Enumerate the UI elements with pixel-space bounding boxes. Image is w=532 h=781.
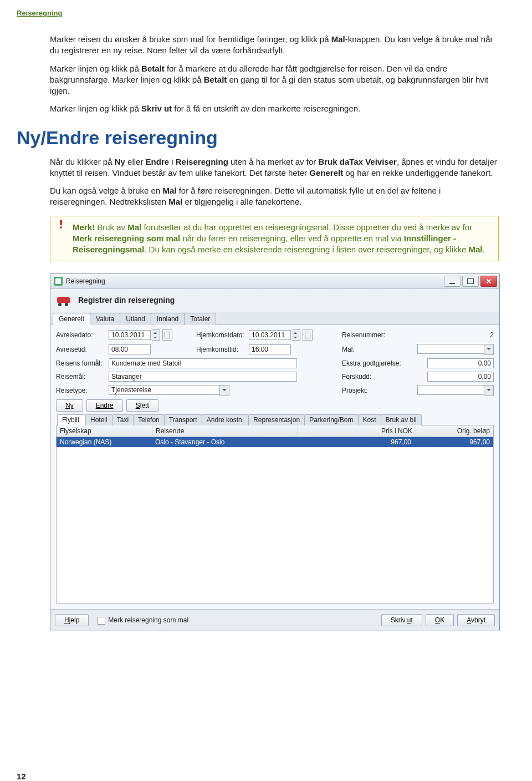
mal-combo[interactable]	[417, 344, 484, 354]
text: t	[411, 616, 412, 624]
checkbox-icon[interactable]	[98, 617, 105, 625]
reisemaal-input[interactable]	[109, 372, 297, 382]
calendar-icon[interactable]	[303, 329, 313, 341]
tab-utland[interactable]: Utland	[120, 313, 151, 325]
cell-reiserute: Oslo - Stavanger - Oslo	[152, 437, 297, 447]
subtab-parkering[interactable]: Parkering/Bom	[304, 414, 358, 425]
ok-button[interactable]: OK	[426, 614, 454, 626]
hjemkomsttid-input[interactable]	[249, 344, 291, 354]
reisetype-combo[interactable]	[109, 385, 219, 395]
text: arkering/Bom	[314, 416, 353, 424]
label-mal: Mal:	[342, 346, 406, 353]
text-bold: Bruk daTax Veiviser	[318, 157, 396, 166]
paragraph-skrivut: Marker linjen og klikk på Skriv ut for å…	[50, 103, 499, 114]
text-bold: Betalt	[204, 75, 227, 84]
col-reiserute[interactable]: Reiserute	[152, 425, 298, 437]
tab-totaler[interactable]: Totaler	[184, 313, 216, 325]
avreisetid-input[interactable]	[109, 344, 151, 354]
subtab-telefon[interactable]: Telefon	[133, 414, 165, 425]
section-heading: Ny/Endre reiseregning	[17, 127, 499, 149]
window-header-text: Registrer din reiseregning	[78, 296, 175, 305]
label-reisemaal: Reisemål:	[56, 373, 109, 381]
text-bold: Generelt	[309, 168, 343, 178]
text: Ny	[65, 402, 74, 409]
mnemonic: U	[126, 315, 131, 323]
form-area: Avreisedato: Hjemkomstdato: Reisenummer:…	[50, 325, 499, 609]
ekstra-input[interactable]	[427, 358, 494, 368]
checkbox-merk-mal[interactable]: Merk reiseregning som mal	[98, 616, 188, 625]
mnemonic: B	[386, 416, 390, 424]
text: Ta	[117, 416, 124, 424]
col-flyselskap[interactable]: Flyselskap	[57, 425, 152, 437]
main-tabs: Generelt Valuta Utland Innland Totaler	[50, 312, 499, 325]
mnemonic: O	[435, 616, 440, 624]
minimize-button[interactable]	[444, 276, 461, 287]
text: efon	[146, 416, 159, 424]
text: vbryt	[471, 616, 485, 624]
text: Marker linjen og klikk på	[50, 64, 141, 73]
tab-innland[interactable]: Innland	[151, 313, 185, 325]
label-avreisedato: Avreisedato:	[56, 331, 109, 339]
label-hjemkomsttid: Hjemkomsttid:	[196, 346, 249, 353]
text-bold: Mal	[127, 222, 141, 232]
mnemonic: A	[207, 416, 211, 424]
subtab-transport[interactable]: Transport	[164, 414, 202, 425]
subtab-kost[interactable]: Kost	[358, 414, 381, 425]
window-title: Reiseregning	[66, 277, 105, 285]
subtab-representasjon[interactable]: Representasjon	[248, 414, 305, 425]
col-pris-nok[interactable]: Pris i NOK	[298, 425, 416, 437]
slett-button[interactable]: Slett	[126, 399, 158, 412]
forskudd-input[interactable]	[427, 372, 494, 382]
mnemonic: S	[136, 402, 140, 409]
text-bold: Mal	[162, 186, 176, 195]
subtab-taxi[interactable]: Taxi	[112, 414, 134, 425]
text: enerelt	[64, 315, 84, 323]
avreisedato-input[interactable]	[109, 330, 151, 340]
hjemkomstdato-input[interactable]	[249, 330, 291, 340]
skrivut-button[interactable]: Skriv ut	[381, 614, 422, 626]
text-bold: Endre	[146, 157, 170, 166]
checkbox-label: Merk reiseregning som mal	[108, 616, 188, 624]
subtab-flybill[interactable]: Flybill.	[57, 414, 86, 425]
label-prosjekt: Prosjekt:	[342, 387, 406, 394]
endre-button[interactable]: Endre	[86, 399, 123, 412]
text-bold: Mal	[168, 197, 182, 206]
warning-icon	[57, 220, 65, 230]
date-spinner[interactable]	[292, 329, 300, 341]
text: eller	[125, 157, 146, 166]
subtab-bruk-av-bil[interactable]: Bruk av bil	[381, 414, 422, 425]
formaal-input[interactable]	[109, 358, 297, 368]
chevron-down-icon[interactable]	[484, 385, 494, 396]
chevron-down-icon[interactable]	[219, 385, 229, 396]
subtab-andre[interactable]: Andre kostn.	[202, 414, 249, 425]
text: tland	[131, 315, 145, 323]
tab-generelt[interactable]: Generelt	[53, 313, 90, 325]
text: er tilgjengelig i alle fanekortene.	[182, 197, 301, 206]
hjelp-button[interactable]: Hjelp	[55, 614, 89, 626]
date-spinner[interactable]	[152, 329, 160, 341]
paragraph-mal-note: Du kan også velge å bruke en Mal for å f…	[50, 185, 499, 208]
text-bold: Skriv ut	[141, 104, 172, 113]
table: Flyselskap Reiserute Pris i NOK Orig. be…	[56, 425, 494, 604]
app-icon	[54, 277, 63, 286]
prosjekt-combo[interactable]	[417, 385, 484, 395]
text: ruk av bil	[390, 416, 417, 424]
titlebar[interactable]: Reiseregning	[50, 274, 499, 289]
subtabs: Flybill. Hotell Taxi Telefon Transport A…	[56, 414, 494, 425]
chevron-down-icon[interactable]	[484, 344, 494, 355]
label-ekstra: Ekstra godtgjørelse:	[342, 359, 406, 367]
col-orig-belop[interactable]: Orig. beløp	[416, 425, 493, 437]
text: Skriv	[391, 616, 407, 624]
text: forutsetter at du har opprettet en reise…	[141, 222, 472, 232]
table-row[interactable]: Norwegian (NAS) Oslo - Stavanger - Oslo …	[57, 437, 493, 447]
maximize-button[interactable]	[462, 276, 479, 287]
ny-button[interactable]: Ny	[56, 399, 83, 412]
calendar-icon[interactable]	[162, 329, 172, 341]
avbryt-button[interactable]: Avbryt	[457, 614, 495, 626]
close-button[interactable]	[480, 276, 497, 287]
tab-valuta[interactable]: Valuta	[90, 313, 120, 325]
subtab-hotell[interactable]: Hotell	[85, 414, 112, 425]
text: jelp	[69, 616, 80, 624]
label-hjemkomstdato: Hjemkomstdato:	[196, 331, 249, 339]
text: nnland	[158, 315, 178, 323]
